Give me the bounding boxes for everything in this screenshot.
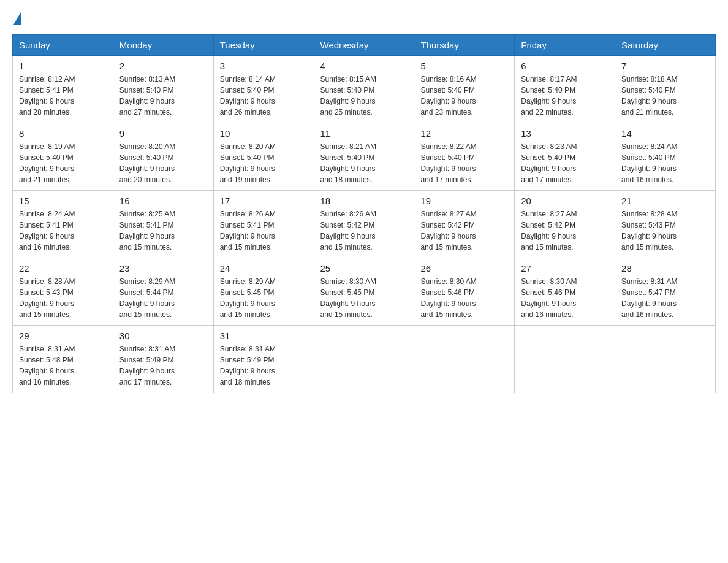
day-number: 6 <box>521 61 609 71</box>
day-info: Sunrise: 8:21 AMSunset: 5:40 PMDaylight:… <box>320 141 408 185</box>
day-number: 26 <box>420 263 508 274</box>
day-info: Sunrise: 8:31 AMSunset: 5:49 PMDaylight:… <box>119 343 207 388</box>
weekday-header-friday: Friday <box>515 35 615 56</box>
day-number: 24 <box>220 263 308 274</box>
calendar-cell <box>515 326 615 393</box>
calendar-cell <box>414 326 515 393</box>
day-info: Sunrise: 8:24 AMSunset: 5:41 PMDaylight:… <box>19 209 107 253</box>
calendar-cell: 11 Sunrise: 8:21 AMSunset: 5:40 PMDaylig… <box>314 123 414 191</box>
day-number: 23 <box>119 263 207 274</box>
calendar-cell: 19 Sunrise: 8:27 AMSunset: 5:42 PMDaylig… <box>414 191 515 258</box>
calendar-cell: 22 Sunrise: 8:28 AMSunset: 5:43 PMDaylig… <box>13 258 113 326</box>
day-number: 27 <box>521 263 609 274</box>
calendar-cell: 10 Sunrise: 8:20 AMSunset: 5:40 PMDaylig… <box>213 123 314 191</box>
day-number: 11 <box>320 128 408 139</box>
day-number: 15 <box>19 196 107 206</box>
calendar-cell: 12 Sunrise: 8:22 AMSunset: 5:40 PMDaylig… <box>414 123 515 191</box>
calendar-cell: 6 Sunrise: 8:17 AMSunset: 5:40 PMDayligh… <box>515 56 615 123</box>
logo <box>12 12 21 25</box>
calendar-cell: 9 Sunrise: 8:20 AMSunset: 5:40 PMDayligh… <box>113 123 213 191</box>
day-info: Sunrise: 8:24 AMSunset: 5:40 PMDaylight:… <box>621 141 709 185</box>
day-info: Sunrise: 8:19 AMSunset: 5:40 PMDaylight:… <box>19 141 107 185</box>
day-info: Sunrise: 8:26 AMSunset: 5:41 PMDaylight:… <box>220 209 308 253</box>
day-info: Sunrise: 8:20 AMSunset: 5:40 PMDaylight:… <box>220 141 308 185</box>
day-info: Sunrise: 8:29 AMSunset: 5:44 PMDaylight:… <box>119 276 207 320</box>
day-number: 3 <box>220 61 308 71</box>
week-row-2: 8 Sunrise: 8:19 AMSunset: 5:40 PMDayligh… <box>13 123 716 191</box>
week-row-5: 29 Sunrise: 8:31 AMSunset: 5:48 PMDaylig… <box>13 326 716 393</box>
calendar-cell: 15 Sunrise: 8:24 AMSunset: 5:41 PMDaylig… <box>13 191 113 258</box>
weekday-header-tuesday: Tuesday <box>213 35 314 56</box>
day-number: 18 <box>320 196 408 206</box>
day-info: Sunrise: 8:18 AMSunset: 5:40 PMDaylight:… <box>621 74 709 118</box>
calendar-cell: 14 Sunrise: 8:24 AMSunset: 5:40 PMDaylig… <box>615 123 716 191</box>
day-info: Sunrise: 8:23 AMSunset: 5:40 PMDaylight:… <box>521 141 609 185</box>
weekday-header-saturday: Saturday <box>615 35 716 56</box>
day-info: Sunrise: 8:16 AMSunset: 5:40 PMDaylight:… <box>420 74 508 118</box>
calendar-cell: 24 Sunrise: 8:29 AMSunset: 5:45 PMDaylig… <box>213 258 314 326</box>
calendar-cell: 8 Sunrise: 8:19 AMSunset: 5:40 PMDayligh… <box>13 123 113 191</box>
day-info: Sunrise: 8:29 AMSunset: 5:45 PMDaylight:… <box>220 276 308 320</box>
day-info: Sunrise: 8:22 AMSunset: 5:40 PMDaylight:… <box>420 141 508 185</box>
calendar-cell <box>615 326 716 393</box>
day-number: 20 <box>521 196 609 206</box>
day-number: 28 <box>621 263 709 274</box>
calendar-table: SundayMondayTuesdayWednesdayThursdayFrid… <box>12 34 716 393</box>
week-row-3: 15 Sunrise: 8:24 AMSunset: 5:41 PMDaylig… <box>13 191 716 258</box>
day-number: 13 <box>521 128 609 139</box>
calendar-cell: 5 Sunrise: 8:16 AMSunset: 5:40 PMDayligh… <box>414 56 515 123</box>
day-info: Sunrise: 8:27 AMSunset: 5:42 PMDaylight:… <box>521 209 609 253</box>
calendar-cell: 28 Sunrise: 8:31 AMSunset: 5:47 PMDaylig… <box>615 258 716 326</box>
day-number: 2 <box>119 61 207 71</box>
calendar-cell: 7 Sunrise: 8:18 AMSunset: 5:40 PMDayligh… <box>615 56 716 123</box>
day-info: Sunrise: 8:13 AMSunset: 5:40 PMDaylight:… <box>119 74 207 118</box>
weekday-header-monday: Monday <box>113 35 213 56</box>
calendar-cell: 27 Sunrise: 8:30 AMSunset: 5:46 PMDaylig… <box>515 258 615 326</box>
day-info: Sunrise: 8:14 AMSunset: 5:40 PMDaylight:… <box>220 74 308 118</box>
week-row-1: 1 Sunrise: 8:12 AMSunset: 5:41 PMDayligh… <box>13 56 716 123</box>
day-info: Sunrise: 8:12 AMSunset: 5:41 PMDaylight:… <box>19 74 107 118</box>
calendar-cell: 3 Sunrise: 8:14 AMSunset: 5:40 PMDayligh… <box>213 56 314 123</box>
calendar-cell: 1 Sunrise: 8:12 AMSunset: 5:41 PMDayligh… <box>13 56 113 123</box>
calendar-cell: 30 Sunrise: 8:31 AMSunset: 5:49 PMDaylig… <box>113 326 213 393</box>
day-info: Sunrise: 8:30 AMSunset: 5:46 PMDaylight:… <box>521 276 609 320</box>
day-number: 1 <box>19 61 107 71</box>
day-number: 21 <box>621 196 709 206</box>
day-number: 19 <box>420 196 508 206</box>
day-number: 29 <box>19 331 107 341</box>
day-info: Sunrise: 8:31 AMSunset: 5:48 PMDaylight:… <box>19 343 107 388</box>
day-number: 25 <box>320 263 408 274</box>
day-number: 17 <box>220 196 308 206</box>
day-info: Sunrise: 8:30 AMSunset: 5:45 PMDaylight:… <box>320 276 408 320</box>
day-info: Sunrise: 8:28 AMSunset: 5:43 PMDaylight:… <box>19 276 107 320</box>
day-number: 10 <box>220 128 308 139</box>
weekday-header-sunday: Sunday <box>13 35 113 56</box>
day-number: 31 <box>220 331 308 341</box>
calendar-cell <box>314 326 414 393</box>
calendar-cell: 20 Sunrise: 8:27 AMSunset: 5:42 PMDaylig… <box>515 191 615 258</box>
calendar-cell: 17 Sunrise: 8:26 AMSunset: 5:41 PMDaylig… <box>213 191 314 258</box>
calendar-cell: 13 Sunrise: 8:23 AMSunset: 5:40 PMDaylig… <box>515 123 615 191</box>
day-number: 4 <box>320 61 408 71</box>
day-info: Sunrise: 8:15 AMSunset: 5:40 PMDaylight:… <box>320 74 408 118</box>
calendar-cell: 16 Sunrise: 8:25 AMSunset: 5:41 PMDaylig… <box>113 191 213 258</box>
day-number: 5 <box>420 61 508 71</box>
calendar-cell: 26 Sunrise: 8:30 AMSunset: 5:46 PMDaylig… <box>414 258 515 326</box>
day-number: 22 <box>19 263 107 274</box>
calendar-cell: 25 Sunrise: 8:30 AMSunset: 5:45 PMDaylig… <box>314 258 414 326</box>
calendar-cell: 23 Sunrise: 8:29 AMSunset: 5:44 PMDaylig… <box>113 258 213 326</box>
weekday-header-thursday: Thursday <box>414 35 515 56</box>
day-number: 14 <box>621 128 709 139</box>
day-number: 9 <box>119 128 207 139</box>
day-info: Sunrise: 8:31 AMSunset: 5:47 PMDaylight:… <box>621 276 709 320</box>
day-info: Sunrise: 8:31 AMSunset: 5:49 PMDaylight:… <box>220 343 308 388</box>
day-info: Sunrise: 8:25 AMSunset: 5:41 PMDaylight:… <box>119 209 207 253</box>
calendar-cell: 2 Sunrise: 8:13 AMSunset: 5:40 PMDayligh… <box>113 56 213 123</box>
weekday-header-wednesday: Wednesday <box>314 35 414 56</box>
day-info: Sunrise: 8:27 AMSunset: 5:42 PMDaylight:… <box>420 209 508 253</box>
calendar-cell: 31 Sunrise: 8:31 AMSunset: 5:49 PMDaylig… <box>213 326 314 393</box>
week-row-4: 22 Sunrise: 8:28 AMSunset: 5:43 PMDaylig… <box>13 258 716 326</box>
day-info: Sunrise: 8:28 AMSunset: 5:43 PMDaylight:… <box>621 209 709 253</box>
day-number: 8 <box>19 128 107 139</box>
day-number: 30 <box>119 331 207 341</box>
